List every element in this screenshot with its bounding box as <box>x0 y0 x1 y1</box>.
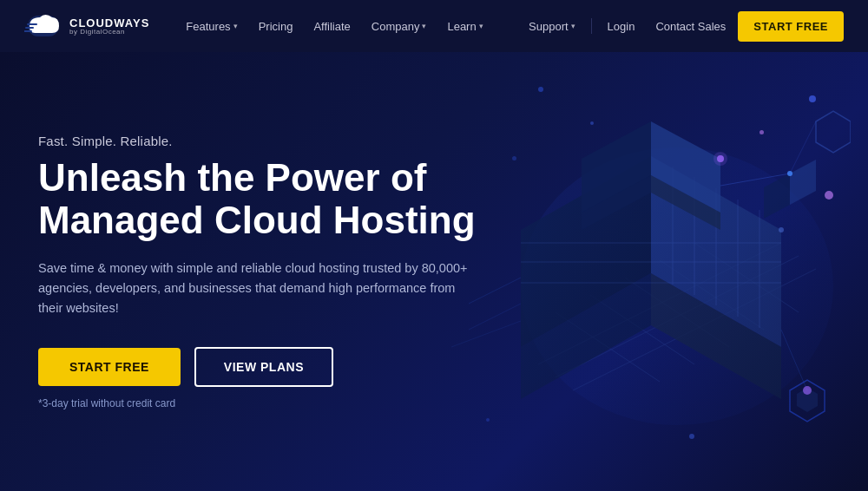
hero-content: Fast. Simple. Reliable. Unleash the Powe… <box>0 134 476 409</box>
hero-isometric-graphic <box>451 69 851 468</box>
hero-section: Fast. Simple. Reliable. Unleash the Powe… <box>0 52 868 491</box>
svg-point-41 <box>803 386 812 395</box>
navbar: CLOUDWAYS by DigitalOcean Features ▾ Pri… <box>0 0 868 52</box>
chevron-down-icon: ▾ <box>422 22 426 30</box>
hero-description: Save time & money with simple and reliab… <box>38 259 472 319</box>
logo-brand: CLOUDWAYS <box>69 17 149 29</box>
logo[interactable]: CLOUDWAYS by DigitalOcean <box>24 10 149 42</box>
nav-item-pricing[interactable]: Pricing <box>250 13 302 40</box>
nav-item-affiliate[interactable]: Affiliate <box>305 13 358 40</box>
hero-headline-line2: Managed Cloud Hosting <box>38 199 476 241</box>
svg-line-42 <box>469 278 521 304</box>
hero-tagline: Fast. Simple. Reliable. <box>38 134 476 148</box>
svg-point-38 <box>713 152 727 166</box>
chevron-down-icon: ▾ <box>571 22 575 30</box>
svg-marker-31 <box>816 111 851 153</box>
hero-start-free-button[interactable]: START FREE <box>38 348 181 386</box>
svg-point-39 <box>787 171 792 176</box>
logo-sub: by DigitalOcean <box>69 29 149 36</box>
chevron-down-icon: ▾ <box>233 22 238 30</box>
nav-contact[interactable]: Contact Sales <box>647 13 734 40</box>
hero-view-plans-button[interactable]: VIEW PLANS <box>194 347 333 387</box>
nav-item-company[interactable]: Company ▾ <box>363 13 436 40</box>
trial-note: *3-day trial without credit card <box>38 397 476 409</box>
hero-headline: Unleash the Power of Managed Cloud Hosti… <box>38 157 476 241</box>
hero-headline-line1: Unleash the Power of <box>38 156 426 199</box>
nav-start-free-button[interactable]: START FREE <box>738 11 844 42</box>
nav-item-features[interactable]: Features ▾ <box>177 13 246 40</box>
chevron-down-icon: ▾ <box>479 22 483 30</box>
nav-login[interactable]: Login <box>599 13 644 40</box>
logo-text: CLOUDWAYS by DigitalOcean <box>69 17 149 36</box>
logo-icon <box>24 10 62 42</box>
nav-item-learn[interactable]: Learn ▾ <box>438 13 491 40</box>
nav-support[interactable]: Support ▾ <box>520 13 584 40</box>
cta-row: START FREE VIEW PLANS <box>38 347 476 387</box>
nav-divider <box>591 18 592 34</box>
nav-left: Features ▾ Pricing Affiliate Company ▾ L… <box>177 13 520 40</box>
svg-point-40 <box>779 227 784 232</box>
svg-line-43 <box>469 304 521 330</box>
nav-right: Support ▾ Login Contact Sales START FREE <box>520 11 844 42</box>
